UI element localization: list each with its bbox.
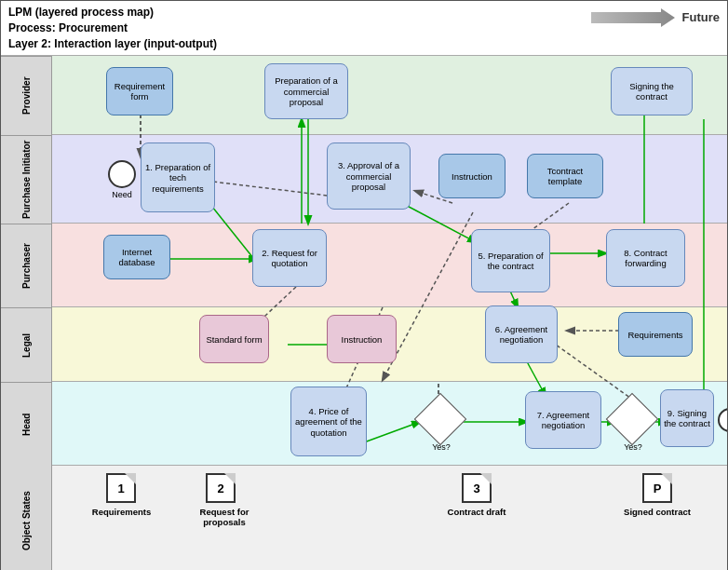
request-quotation-box: 2. Request for quotation [252, 229, 327, 287]
contract-forwarding-box: 8. Contract forwarding [606, 229, 685, 287]
label-provider: Provider [1, 56, 51, 135]
obj-state-box2: 2 [206, 473, 236, 503]
instruction-purchase-box: Instruction [438, 154, 506, 198]
header-line3: Layer 2: Interaction layer (input-output… [8, 36, 720, 52]
requirements-box: Requirements [618, 312, 693, 357]
label-purchase: Purchase Initiator [1, 135, 51, 224]
future-arrow: Future [591, 8, 720, 27]
obj-state-box1: 1 [106, 473, 136, 503]
agreement-neg6-box: 6. Agreement negotiation [485, 305, 558, 363]
header: LPM (layered process map) Process: Procu… [1, 1, 727, 56]
signing-provider-box: Signing the contract [611, 67, 693, 115]
obj-label2: Request for proposals [182, 507, 266, 527]
prep-contract-box: 5. Preparation of the contract [471, 229, 550, 292]
tcontract-template-box: Tcontract template [527, 154, 603, 198]
main-container: LPM (layered process map) Process: Procu… [0, 0, 728, 570]
internet-db-box: Internet database [103, 235, 170, 279]
preparation-commercial-box: Preparation of a commercial proposal [264, 63, 348, 119]
label-legal: Legal [1, 307, 51, 382]
yes2-label: Yes? [613, 442, 653, 452]
price-agreement-box: 4. Price of agreement of the quotation [290, 387, 367, 456]
obj-state-boxP: P [642, 473, 672, 503]
obj-label1: Requirements [91, 507, 152, 517]
obj-state-box3: 3 [462, 473, 492, 503]
signing-head-box: 9. Signing the contract [660, 389, 714, 447]
future-label: Future [682, 9, 720, 26]
instruction-legal-box: Instruction [327, 315, 397, 363]
label-objects: Object States [1, 466, 51, 570]
obj-labelP: Signed contract [620, 507, 694, 517]
agreement-neg7-box: 7. Agreement negotiation [525, 391, 601, 449]
label-purchaser: Purchaser [1, 224, 51, 307]
yes1-label: Yes? [422, 442, 461, 452]
requirement-form-box: Requirement form [106, 67, 173, 115]
standard-form-box: Standard form [199, 315, 269, 363]
prep-tech-box: 1. Preparation of tech requirements [141, 142, 215, 212]
label-head: Head [1, 382, 51, 466]
svg-marker-0 [591, 8, 675, 27]
approval-commercial-box: 3. Approval of a commercial proposal [327, 142, 411, 210]
obj-label3: Contract draft [443, 507, 510, 517]
need-label: Need [106, 190, 138, 199]
